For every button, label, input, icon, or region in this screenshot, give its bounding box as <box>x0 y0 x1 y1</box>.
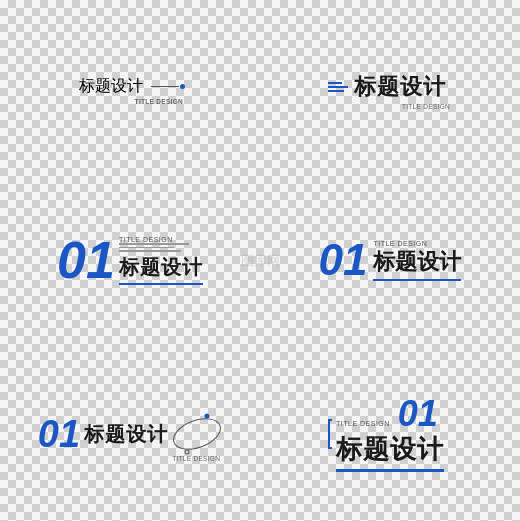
top-row-4: TITLE DESIGN <box>373 240 461 247</box>
right-part-3: TITLE DESIGN 标题设计 <box>119 236 203 285</box>
cell-6: TITLE DESIGN 01 标题设计 <box>260 347 520 521</box>
cell-4: 01 TITLE DESIGN 标题设计 <box>260 174 520 348</box>
bar2-2 <box>328 86 348 88</box>
line3-2 <box>119 247 174 249</box>
subtitle-6: TITLE DESIGN <box>336 420 390 427</box>
bar2-1 <box>328 82 342 84</box>
main-container: 标题设计 TITLE DESIGN 标题设计 TITLE DESIGN <box>0 0 520 521</box>
orbit-ellipse-5 <box>169 412 226 455</box>
underline-4 <box>373 279 461 281</box>
design-6: TITLE DESIGN 01 标题设计 <box>336 396 444 472</box>
number-6: 01 <box>398 396 438 432</box>
line3-1 <box>119 243 189 245</box>
lines-3 <box>119 243 203 252</box>
design-2: 标题设计 TITLE DESIGN <box>328 72 452 102</box>
cell-2: 标题设计 TITLE DESIGN <box>260 0 520 174</box>
bracket-6 <box>328 419 332 449</box>
top-row-6: TITLE DESIGN 01 <box>336 396 438 432</box>
subtitle-4: TITLE DESIGN <box>373 240 427 247</box>
design-1: 标题设计 TITLE DESIGN <box>75 76 185 97</box>
design-5: 01 标题设计 TITLE DESIGN <box>38 415 222 453</box>
chinese-title-6: 标题设计 <box>336 432 444 467</box>
design-4: 01 TITLE DESIGN 标题设计 <box>319 238 462 282</box>
design-3: 01 TITLE DESIGN 标题设计 <box>57 234 203 286</box>
number-5: 01 <box>38 415 80 453</box>
subtitle-1: TITLE DESIGN <box>135 98 183 105</box>
underline-3 <box>119 283 203 285</box>
bar-group-2 <box>328 82 348 92</box>
chinese-title-3: 标题设计 <box>119 254 203 281</box>
line-dot-1 <box>151 84 185 89</box>
number-4: 01 <box>319 238 368 282</box>
subtitle-5: TITLE DESIGN <box>172 455 230 462</box>
underline-6 <box>336 469 444 472</box>
orbit-5: TITLE DESIGN <box>172 420 222 448</box>
number-3: 01 <box>57 234 115 286</box>
subtitle-3: TITLE DESIGN <box>119 236 203 243</box>
circle-dot-1 <box>180 84 185 89</box>
cell-3: 01 TITLE DESIGN 标题设计 <box>0 174 260 348</box>
cell-1: 标题设计 TITLE DESIGN <box>0 0 260 174</box>
bar2-3 <box>328 90 344 92</box>
chinese-title-4: 标题设计 <box>373 247 461 277</box>
right-part-4: TITLE DESIGN 标题设计 <box>373 240 461 281</box>
orbit-dot-top-5 <box>204 413 210 419</box>
line3-3 <box>119 250 181 252</box>
cell-5: 01 标题设计 TITLE DESIGN <box>0 347 260 521</box>
horiz-line-1 <box>151 86 179 87</box>
subtitle-2: TITLE DESIGN <box>402 103 450 110</box>
chinese-title-1: 标题设计 <box>79 76 143 97</box>
chinese-title-2: 标题设计 <box>354 72 446 102</box>
chinese-title-5: 标题设计 <box>84 421 168 448</box>
